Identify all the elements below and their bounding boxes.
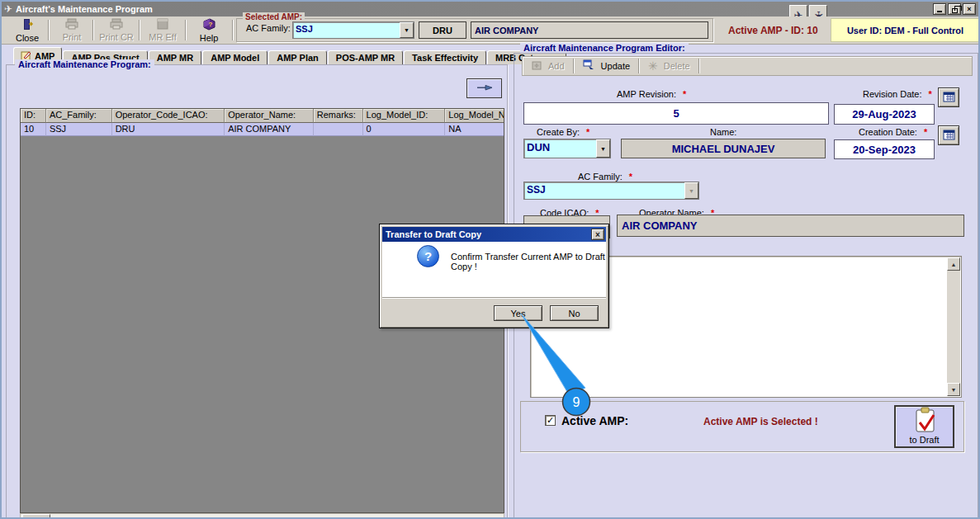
delete-button[interactable]: Delete (664, 61, 690, 71)
close-window-button[interactable]: × (963, 3, 976, 15)
close-button[interactable]: Close (7, 18, 48, 42)
amp-list-group-label: Aircraft Maintenance Program: (15, 59, 154, 69)
update-icon (583, 59, 595, 73)
help-button[interactable]: ? Help (188, 18, 230, 42)
required-marker: * (586, 127, 589, 137)
add-record-icon (531, 60, 542, 73)
restore-icon (952, 8, 958, 13)
cell-remarks (314, 123, 363, 136)
ac-family-label: AC Family: (246, 23, 291, 33)
active-amp-label: Active AMP: (561, 414, 628, 427)
clipboard-check-icon (912, 407, 937, 435)
toolbar-separator (48, 20, 50, 40)
creation-date-label: Creation Date:* (859, 127, 927, 137)
restore-button[interactable] (948, 3, 961, 15)
amp-revision-input[interactable]: 5 (523, 102, 829, 125)
tab-pos-amp-mr[interactable]: POS-AMP MR (328, 50, 403, 64)
required-marker: * (683, 89, 686, 99)
calendar-icon (943, 130, 955, 142)
remarks-scrollbar[interactable]: ▲ ▼ (947, 257, 960, 396)
transfer-dialog: Transfer to Draft Copy × ? Confirm Trans… (379, 224, 609, 328)
cell-operator-code: DRU (112, 123, 225, 136)
toolbar-separator (139, 20, 140, 40)
dialog-message: Confirm Transfer Current AMP to Draft Co… (451, 252, 608, 271)
chevron-down-icon: ▼ (684, 182, 698, 199)
toolbar-separator (638, 59, 640, 73)
dialog-titlebar: Transfer to Draft Copy × (382, 227, 606, 242)
column-header[interactable]: ID: (21, 109, 46, 123)
column-header[interactable]: Operator_Code_ICAO: (112, 109, 225, 123)
table-row[interactable]: 10 SSJ DRU AIR COMPANY 0 NA (21, 123, 504, 136)
column-header[interactable]: Operator_Name: (225, 109, 314, 123)
creation-date-input[interactable]: 20-Sep-2023 (834, 139, 935, 159)
create-by-label: Create By:* (537, 127, 589, 137)
revision-date-calendar-button[interactable] (938, 87, 959, 107)
tab-task-effectivity[interactable]: Task Effectivity (404, 50, 486, 64)
column-header[interactable]: Log_Model_ID: (363, 109, 446, 123)
selected-amp-group-label: Selected AMP: (243, 12, 305, 21)
selected-operator-name-field: AIR COMPANY (471, 21, 708, 39)
right-arrow-icon (476, 83, 494, 94)
cell-id: 10 (21, 123, 46, 136)
svg-text:?: ? (208, 21, 212, 28)
cell-ac-family: SSJ (46, 123, 112, 136)
minimize-button[interactable] (933, 3, 946, 15)
delete-icon: ✳ (648, 59, 658, 73)
editor-ac-family-combobox[interactable]: SSJ ▼ (523, 182, 699, 200)
editor-ac-family-label: AC Family:* (578, 172, 632, 182)
active-amp-checkbox[interactable]: ✓ (545, 415, 556, 426)
tab-amp-plan[interactable]: AMP Plan (268, 50, 327, 64)
door-exit-icon (21, 18, 34, 32)
scrollbar-thumb[interactable] (22, 514, 50, 519)
ac-family-combobox[interactable]: SSJ ▼ (292, 21, 414, 39)
active-amp-status-text: Active AMP is Selected ! (703, 416, 818, 427)
scroll-down-icon[interactable]: ▼ (947, 383, 960, 396)
amp-editor-group-label: Aircraft Maintenance Program Editor: (520, 43, 689, 53)
tab-amp-mr[interactable]: AMP MR (149, 50, 201, 64)
toolbar-separator (573, 59, 575, 73)
revision-date-input[interactable]: 29-Aug-2023 (834, 104, 935, 125)
user-id-badge: User ID: DEM - Full Control (831, 18, 980, 42)
amp-revision-label: AMP Revision:* (617, 89, 686, 99)
tab-amp-model[interactable]: AMP Model (202, 50, 267, 64)
calendar-icon (943, 92, 955, 104)
document-icon (157, 18, 168, 31)
table-horizontal-scrollbar[interactable] (20, 513, 504, 519)
to-draft-button[interactable]: to Draft (894, 405, 954, 448)
chevron-down-icon[interactable]: ▼ (400, 22, 414, 38)
toolbar-separator (185, 20, 187, 40)
create-by-combobox[interactable]: DUN ▼ (523, 139, 611, 158)
transfer-right-button[interactable] (466, 78, 502, 98)
dialog-close-button[interactable]: × (591, 229, 604, 240)
name-label: Name: (710, 127, 736, 137)
editor-toolbar: Add Update ✳ Delete (522, 56, 973, 76)
cell-log-model-name: NA (445, 123, 504, 136)
table-header-row: ID: AC_Family: Operator_Code_ICAO: Opera… (21, 109, 504, 123)
yes-button[interactable]: Yes (494, 305, 542, 321)
column-header[interactable]: AC_Family: (46, 109, 112, 123)
update-button[interactable]: Update (601, 61, 630, 71)
required-marker: * (924, 127, 927, 137)
print-button[interactable]: Print (51, 18, 92, 42)
mr-eff-button[interactable]: MR Eff (142, 18, 183, 42)
revision-date-label: Revision Date:* (863, 89, 932, 99)
required-marker: * (929, 89, 932, 99)
minimize-icon (937, 11, 942, 12)
app-plane-icon: ✈ (4, 3, 12, 15)
scroll-up-icon[interactable]: ▲ (947, 257, 960, 271)
cell-log-model-id: 0 (363, 123, 446, 136)
chevron-down-icon[interactable]: ▼ (596, 139, 610, 158)
column-header[interactable]: Log_Model_Na (445, 109, 504, 123)
creation-date-calendar-button[interactable] (938, 125, 959, 145)
dialog-separator (382, 297, 606, 299)
column-header[interactable]: Remarks: (314, 109, 363, 123)
close-icon: × (595, 230, 600, 239)
print-cr-button[interactable]: Print CR (96, 18, 137, 42)
checkmark-icon: ✓ (547, 415, 554, 426)
add-button[interactable]: Add (548, 61, 565, 71)
no-button[interactable]: No (550, 305, 599, 321)
selected-code-icao-field: DRU (419, 21, 466, 39)
printer-icon (110, 18, 123, 31)
question-icon: ? (417, 245, 439, 267)
cell-operator-name: AIR COMPANY (225, 123, 314, 136)
